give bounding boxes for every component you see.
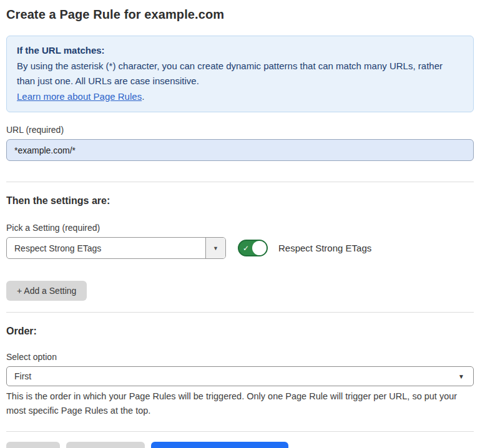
toggle-knob [252,241,267,255]
add-setting-button[interactable]: + Add a Setting [6,281,87,301]
info-box-body: By using the asterisk (*) character, you… [17,59,463,89]
link-suffix: . [142,91,144,102]
save-draft-button[interactable]: Save as Draft [66,442,145,448]
pick-setting-label: Pick a Setting (required) [6,223,474,233]
order-select[interactable]: First ▼ [6,366,474,386]
setting-dropdown[interactable]: Respect Strong ETags ▼ [6,237,226,259]
setting-row: Respect Strong ETags ▼ ✓ Respect Strong … [6,237,474,259]
create-page-rule-panel: Create a Page Rule for example.com If th… [0,0,480,448]
info-box-heading: If the URL matches: [17,43,463,59]
section-divider [6,312,474,313]
order-help-text: This is the order in which your Page Rul… [6,389,474,418]
info-box-link-line: Learn more about Page Rules. [17,89,463,105]
setting-dropdown-value: Respect Strong ETags [7,238,205,258]
url-input[interactable] [6,139,474,161]
toggle-label: Respect Strong ETags [278,243,371,253]
dropdown-arrow-button[interactable]: ▼ [205,238,225,258]
order-section-heading: Order: [6,326,474,337]
check-icon: ✓ [243,245,249,252]
save-deploy-button[interactable]: Save and Deploy Page Rule [151,442,288,448]
url-field-label: URL (required) [6,125,474,135]
order-select-value: First [14,371,31,381]
chevron-down-icon: ▼ [458,373,464,380]
learn-more-link[interactable]: Learn more about Page Rules [17,91,142,102]
page-title: Create a Page Rule for example.com [6,7,474,22]
cancel-button[interactable]: Cancel [6,442,60,448]
footer-divider [6,431,474,432]
etag-toggle[interactable]: ✓ [238,240,268,256]
settings-section-heading: Then the settings are: [6,195,474,207]
url-match-info-box: If the URL matches: By using the asteris… [6,36,474,112]
order-select-label: Select option [6,352,474,362]
chevron-down-icon: ▼ [213,245,218,251]
section-divider [6,182,474,182]
footer-actions: Cancel Save as Draft Save and Deploy Pag… [6,442,474,448]
